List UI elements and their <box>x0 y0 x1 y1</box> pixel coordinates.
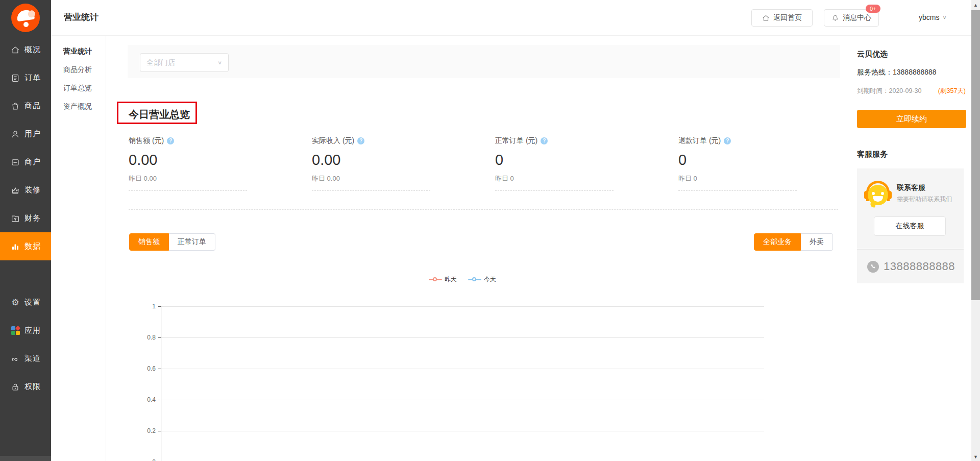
data-icon <box>10 241 20 252</box>
sidebar-item-label: 概况 <box>24 45 41 55</box>
stat-value: 0 <box>495 152 614 168</box>
user-menu[interactable]: ybcms ∨ <box>919 13 947 21</box>
user-icon <box>10 129 20 139</box>
trend-chart: 1 0.8 0.6 0.4 0.2 0 <box>161 306 764 461</box>
lock-icon <box>10 382 20 392</box>
line-marker-icon <box>429 277 442 282</box>
help-icon[interactable]: ? <box>357 137 364 144</box>
subnav-item-business-stats[interactable]: 营业统计 <box>51 42 106 60</box>
stat-yesterday: 昨日 0.00 <box>312 174 430 183</box>
sidebar-item-label: 装修 <box>24 185 41 195</box>
scroll-up-arrow-icon[interactable]: ▲ <box>971 3 980 8</box>
message-center-label: 消息中心 <box>843 13 871 22</box>
chevron-down-icon: ∨ <box>217 60 222 65</box>
scrollbar-thumb[interactable] <box>971 10 980 300</box>
stat-card-sales: 销售额 (元) ? 0.00 昨日 0.00 <box>129 136 247 191</box>
contact-description: 需要帮助请联系我们 <box>897 195 952 204</box>
stat-value: 0.00 <box>129 152 247 168</box>
y-tick-label: 0.8 <box>137 334 156 341</box>
order-icon <box>10 73 20 83</box>
sidebar-item-label: 数据 <box>24 241 41 251</box>
sidebar-item-channels[interactable]: 渠道 <box>0 345 51 373</box>
y-tick-label: 0 <box>137 458 156 461</box>
sidebar-item-label: 应用 <box>24 326 41 335</box>
section-title-today-overview: 今日营业总览 <box>129 108 190 122</box>
finance-icon <box>10 213 20 224</box>
stat-label: 退款订单 (元) <box>678 136 721 145</box>
service-phone-row: 13888888888 <box>857 249 964 283</box>
sidebar-item-label: 渠道 <box>24 354 41 363</box>
bell-icon <box>831 14 839 22</box>
tab-normal-orders[interactable]: 正常订单 <box>169 233 215 251</box>
help-icon[interactable]: ? <box>541 137 548 144</box>
right-info-panel: 云贝优选 服务热线：13888888888 到期时间：2020-09-30 (剩… <box>857 36 967 461</box>
gear-icon: ⚙ <box>10 298 20 308</box>
help-icon[interactable]: ? <box>724 137 731 144</box>
username: ybcms <box>919 13 939 21</box>
contact-title: 联系客服 <box>897 183 952 192</box>
decorate-icon <box>10 185 20 196</box>
main-content: 全部门店 ∨ 今日营业总览 销售额 (元) ? 0.00 昨日 0.00 实际收… <box>106 36 971 461</box>
sidebar-item-label: 商户 <box>24 157 41 167</box>
chart-legend: 昨天 今天 <box>161 275 764 284</box>
help-icon[interactable]: ? <box>167 137 174 144</box>
y-axis-line <box>161 306 161 461</box>
stat-label: 销售额 (元) <box>129 136 164 145</box>
subnav-item-goods-analysis[interactable]: 商品分析 <box>51 60 106 79</box>
sidebar-item-users[interactable]: 用户 <box>0 120 51 148</box>
stat-card-normal-orders: 正常订单 (元) ? 0 昨日 0 <box>495 136 614 191</box>
merchant-icon <box>10 157 20 167</box>
renew-button[interactable]: 立即续约 <box>857 110 966 128</box>
stat-yesterday: 昨日 0 <box>495 174 614 183</box>
sidebar-item-goods[interactable]: 商品 <box>0 92 51 120</box>
main-sidebar: 概况 订单 商品 用户 商户 装修 财务 <box>0 0 51 461</box>
sidebar-item-decoration[interactable]: 装修 <box>0 176 51 204</box>
legend-item-today[interactable]: 今天 <box>468 275 496 284</box>
service-phone-number: 13888888888 <box>884 260 955 273</box>
secondary-sidebar: 营业统计 商品分析 订单总览 资产概况 <box>51 36 106 461</box>
horizontal-scrollbar-thumb[interactable] <box>0 456 51 461</box>
phone-icon <box>867 261 879 273</box>
back-home-label: 返回首页 <box>773 13 802 22</box>
store-select-value: 全部门店 <box>146 58 175 67</box>
subnav-item-order-overview[interactable]: 订单总览 <box>51 79 106 97</box>
sidebar-item-label: 设置 <box>24 298 41 307</box>
subnav-item-asset-overview[interactable]: 资产概况 <box>51 97 106 115</box>
vertical-scrollbar[interactable]: ▲ ▼ <box>971 0 980 461</box>
y-tick-label: 1 <box>137 303 156 310</box>
sidebar-item-overview[interactable]: 概况 <box>0 36 51 64</box>
stat-label: 正常订单 (元) <box>495 136 537 145</box>
tab-takeout[interactable]: 外卖 <box>801 233 833 251</box>
scroll-down-arrow-icon[interactable]: ▼ <box>971 454 980 459</box>
stat-label: 实际收入 (元) <box>312 136 354 145</box>
sidebar-item-orders[interactable]: 订单 <box>0 64 51 92</box>
app-logo[interactable] <box>0 0 51 36</box>
stat-value: 0.00 <box>312 152 430 168</box>
customer-service-icon <box>864 180 892 207</box>
store-select[interactable]: 全部门店 ∨ <box>140 53 229 72</box>
back-home-button[interactable]: 返回首页 <box>751 9 813 27</box>
sidebar-item-apps[interactable]: 应用 <box>0 317 51 345</box>
sidebar-item-settings[interactable]: ⚙ 设置 <box>0 288 51 317</box>
days-left-badge: (剩357天) <box>938 87 966 95</box>
sidebar-item-merchants[interactable]: 商户 <box>0 148 51 176</box>
legend-label: 昨天 <box>445 275 457 284</box>
channel-icon <box>10 354 20 364</box>
goods-icon <box>10 101 20 111</box>
sidebar-item-data[interactable]: 数据 <box>0 232 51 260</box>
logo-icon <box>11 4 40 32</box>
sidebar-item-permissions[interactable]: 权限 <box>0 373 51 401</box>
sidebar-item-label: 商品 <box>24 101 41 111</box>
sidebar-item-label: 财务 <box>24 213 41 223</box>
sidebar-item-finance[interactable]: 财务 <box>0 204 51 232</box>
y-tick-label: 0.6 <box>137 365 156 372</box>
sidebar-item-label: 权限 <box>24 382 41 392</box>
legend-item-yesterday[interactable]: 昨天 <box>429 275 457 284</box>
stat-value: 0 <box>678 152 797 168</box>
tab-sales[interactable]: 销售额 <box>129 233 169 251</box>
tab-all-business[interactable]: 全部业务 <box>754 233 801 251</box>
y-tick-label: 0.4 <box>137 396 156 403</box>
online-service-button[interactable]: 在线客服 <box>874 216 946 236</box>
home-icon <box>10 45 20 55</box>
stat-card-refund-orders: 退款订单 (元) ? 0 昨日 0 <box>678 136 797 191</box>
